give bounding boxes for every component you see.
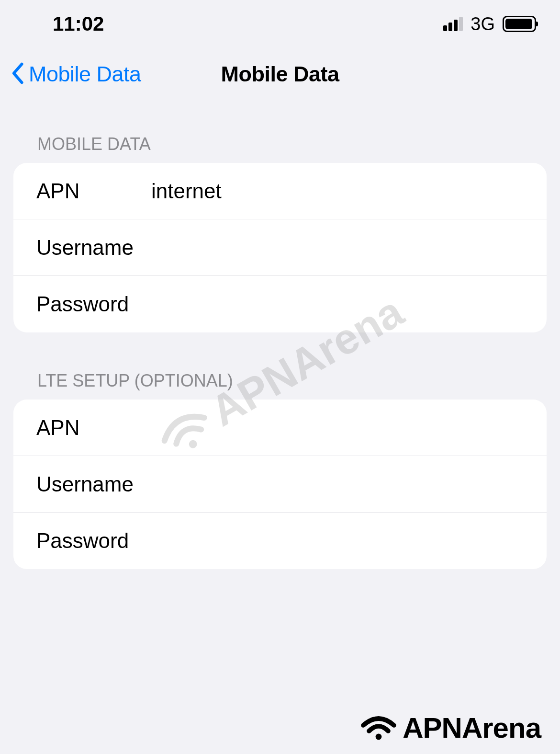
lte-apn-label: APN xyxy=(36,416,151,440)
username-input[interactable] xyxy=(151,236,524,260)
chevron-left-icon xyxy=(10,62,25,87)
battery-icon xyxy=(503,16,536,32)
back-button[interactable]: Mobile Data xyxy=(10,62,141,87)
brand-logo: APNArena xyxy=(359,711,541,744)
form-group-mobile-data: APN Username Password xyxy=(13,163,547,332)
username-row[interactable]: Username xyxy=(13,219,547,276)
back-label: Mobile Data xyxy=(29,62,141,87)
lte-password-label: Password xyxy=(36,529,151,553)
apn-input[interactable] xyxy=(151,179,524,203)
network-type: 3G xyxy=(470,14,495,34)
signal-strength-icon xyxy=(443,17,463,31)
lte-password-input[interactable] xyxy=(151,529,524,553)
status-bar: 11:02 3G xyxy=(0,0,560,48)
lte-password-row[interactable]: Password xyxy=(13,513,547,569)
username-label: Username xyxy=(36,236,151,260)
lte-apn-row[interactable]: APN xyxy=(13,400,547,456)
password-row[interactable]: Password xyxy=(13,276,547,332)
lte-username-input[interactable] xyxy=(151,472,524,496)
password-input[interactable] xyxy=(151,292,524,316)
svg-point-1 xyxy=(376,733,382,740)
wifi-icon xyxy=(359,713,398,743)
brand-text: APNArena xyxy=(403,711,541,744)
status-time: 11:02 xyxy=(53,12,104,35)
form-group-lte-setup: APN Username Password xyxy=(13,400,547,569)
page-title: Mobile Data xyxy=(221,62,339,87)
section-header-lte-setup: LTE SETUP (OPTIONAL) xyxy=(0,371,560,400)
lte-username-row[interactable]: Username xyxy=(13,456,547,513)
apn-row[interactable]: APN xyxy=(13,163,547,219)
navigation-bar: Mobile Data Mobile Data xyxy=(0,48,560,101)
section-header-mobile-data: MOBILE DATA xyxy=(0,134,560,163)
lte-username-label: Username xyxy=(36,472,151,496)
lte-apn-input[interactable] xyxy=(151,416,524,440)
apn-label: APN xyxy=(36,179,151,203)
status-indicators: 3G xyxy=(443,14,536,34)
password-label: Password xyxy=(36,292,151,316)
